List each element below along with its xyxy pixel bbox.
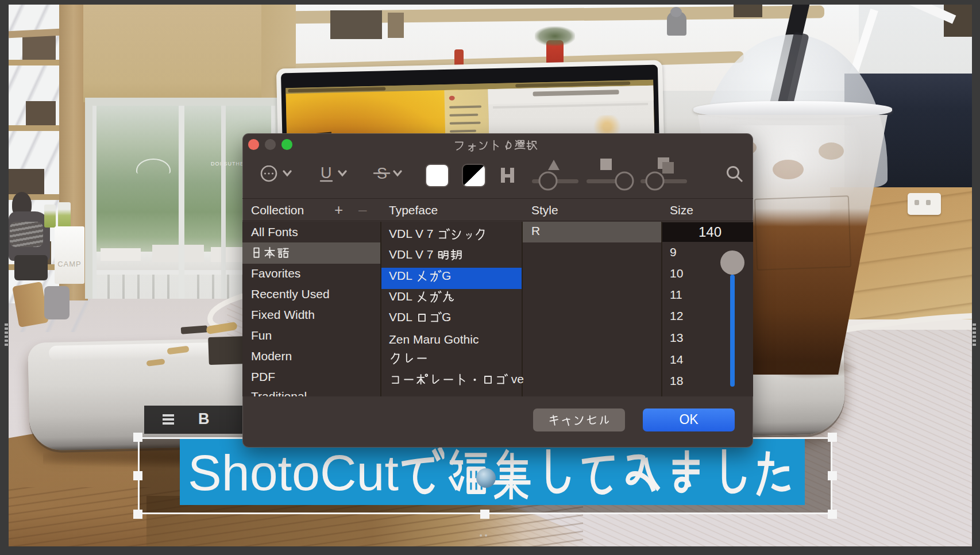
svg-text:U: U — [321, 165, 332, 182]
